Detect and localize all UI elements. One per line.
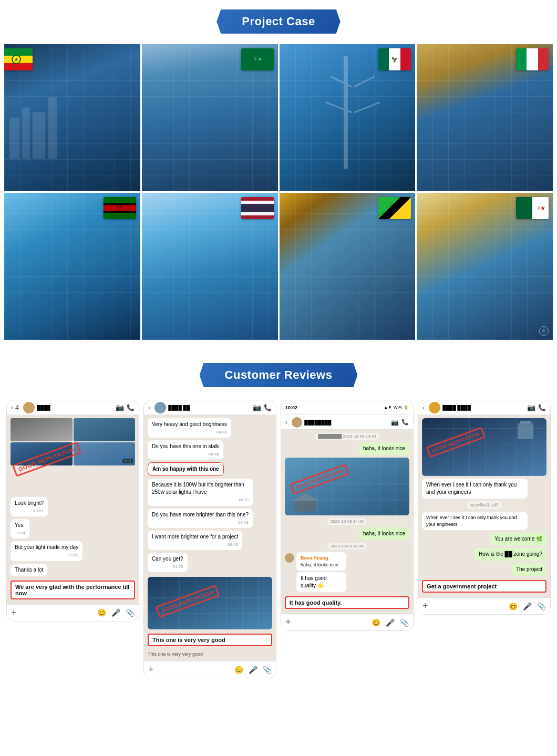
plus-icon-2[interactable]: + xyxy=(148,664,154,675)
phone-bar-icons-3: 📷 📞 xyxy=(391,419,409,426)
phone-bar-3: 10:02 ▲▼WiFi🔋 xyxy=(281,400,413,415)
attach-icon-3[interactable]: 📎 xyxy=(400,618,409,627)
back-arrow-1[interactable]: ‹ 4 xyxy=(11,403,19,411)
contact-name-2: ████ ██ xyxy=(168,405,190,410)
attach-icon-1[interactable]: 📎 xyxy=(126,608,135,617)
back-arrow-4[interactable]: ‹ xyxy=(422,403,425,411)
review-phone-2: ‹ ████ ██ 📷 📞 Very heavy and good bright… xyxy=(143,400,276,678)
video-icon-2[interactable]: 📷 xyxy=(253,403,261,411)
svg-rect-12 xyxy=(520,421,531,424)
phone-bar-icons-2: 📷 📞 xyxy=(253,403,272,411)
svg-rect-0 xyxy=(9,118,20,159)
review-phone-4: ‹ ████ ████ 📷 📞 xyxy=(418,400,551,615)
phone-content-1: 7:31 GOOD REPUTATION Look bright? 13:01 … xyxy=(7,415,139,604)
phone-bottom-icons-3: 😊 🎤 📎 xyxy=(372,618,409,627)
emoji-icon-2[interactable]: 😊 xyxy=(234,666,243,674)
phone-content-4: GOOD REPUTATION When ever I see it I can… xyxy=(418,415,550,597)
svg-line-5 xyxy=(331,77,352,87)
chat-bubble-4a: When ever I see it I can only thank you … xyxy=(422,479,528,499)
phone-bottom-1: + 😊 🎤 📎 xyxy=(7,604,139,621)
phone-bottom-2: + 😊 🎤 📎 xyxy=(144,661,276,678)
phone-bottom-icons-1: 😊 🎤 📎 xyxy=(97,608,135,617)
review-4-wrapper: ‹ ████ ████ 📷 📞 xyxy=(418,400,551,678)
chat-with-avatar-3: Boca Huang haha, it looks nice It has go… xyxy=(285,552,409,592)
mic-icon-3[interactable]: 🎤 xyxy=(386,618,395,627)
plus-icon-3[interactable]: + xyxy=(285,617,291,628)
call-icon-3[interactable]: 📞 xyxy=(401,419,409,426)
phone-bar-icons-4: 📷 📞 xyxy=(527,403,546,411)
phone-content-3: ████████ 2023-10-09 14:42 haha, it looks… xyxy=(281,430,413,614)
flag-mexico: 🦅 xyxy=(378,48,411,70)
customer-reviews-badge: Customer Reviews xyxy=(200,363,358,387)
chat-bubble-3b: haha, it looks nice xyxy=(359,527,409,540)
project-cell-mexico: 🦅 xyxy=(280,44,416,191)
phone-bar-icons-1: 📷 📞 xyxy=(116,403,135,411)
emoji-icon-1[interactable]: 😊 xyxy=(97,608,106,617)
flag-ethiopia: ★ xyxy=(4,48,33,70)
avatar-small-3 xyxy=(285,553,294,563)
chat-bubble-4d: How is the ██ zone going? xyxy=(475,548,546,561)
chat-bubble-1a: Look bright? 13:01 xyxy=(11,497,48,516)
flag-kenya: 🛡 xyxy=(104,197,136,219)
project-case-header: Project Case xyxy=(0,0,557,41)
chat-bubble-2g: Can you get?04:53 xyxy=(148,553,188,572)
video-icon-3[interactable]: 📷 xyxy=(391,419,399,426)
avatar-1 xyxy=(23,402,35,413)
video-icon-4[interactable]: 📷 xyxy=(527,403,535,411)
avatar-2 xyxy=(154,402,166,413)
svg-line-7 xyxy=(325,102,352,113)
review-phone-3: 10:02 ▲▼WiFi🔋 ‹ ████████ 📷 📞 xyxy=(281,400,414,631)
highlight-box-4: Get a government project xyxy=(422,580,546,593)
avatar-3 xyxy=(292,417,302,428)
contact-name-4: ████ ████ xyxy=(442,405,471,410)
attach-icon-2[interactable]: 📎 xyxy=(263,666,272,674)
back-arrow-2[interactable]: ‹ xyxy=(148,403,150,411)
svg-line-6 xyxy=(354,77,374,87)
attach-icon-4[interactable]: 📎 xyxy=(537,602,546,610)
mic-icon-1[interactable]: 🎤 xyxy=(111,608,120,617)
time-display-3: 10:02 xyxy=(285,405,297,410)
emoji-icon-3[interactable]: 😊 xyxy=(372,618,380,627)
phone-bar-4: ‹ ████ ████ 📷 📞 xyxy=(418,400,550,415)
review-1-wrapper: ‹ 4 ████ 📷 📞 xyxy=(6,400,139,678)
date-badge-3b: 2023-10-09 14:42 xyxy=(327,518,367,525)
project-cell-italy-1 xyxy=(417,44,553,191)
phone-content-2: Very heavy and good brightness04:48 Do y… xyxy=(144,415,276,661)
review-2-wrapper: ‹ ████ ██ 📷 📞 Very heavy and good bright… xyxy=(143,400,276,678)
chat-bubble-1d: Thanks a lot xyxy=(11,564,47,576)
chat-bubble-4b: When ever I see it I can only thank you … xyxy=(422,512,528,530)
svg-line-8 xyxy=(354,102,380,113)
chat-bubble-2d: Because it is 100W but it's brighter tha… xyxy=(148,479,253,505)
phone-bottom-3: + 😊 🎤 📎 xyxy=(281,614,413,630)
flag-italy-1 xyxy=(516,48,549,70)
svg-rect-10 xyxy=(295,501,316,512)
mic-icon-2[interactable]: 🎤 xyxy=(249,666,257,674)
plus-icon-4[interactable]: + xyxy=(422,600,428,612)
mic-icon-4[interactable]: 🎤 xyxy=(523,602,532,610)
flag-tanzania xyxy=(378,197,411,219)
project-case-badge: Project Case xyxy=(216,9,340,34)
chat-bubble-1c: But your light made my day 13:29 xyxy=(11,541,82,561)
customer-reviews-section: Customer Reviews ‹ 4 ████ 📷 📞 xyxy=(0,349,557,689)
chat-bubble-2a: Very heavy and good brightness04:48 xyxy=(148,418,231,438)
svg-rect-11 xyxy=(518,423,533,439)
status-icons-3: ▲▼WiFi🔋 xyxy=(384,405,409,410)
chat-bubble-2b: Do you have this one in stalk04:48 xyxy=(148,440,223,460)
sub-text-2: This one is very very good xyxy=(148,650,272,658)
video-icon-1[interactable]: 📷 xyxy=(116,403,124,411)
call-icon-1[interactable]: 📞 xyxy=(127,404,135,411)
svg-rect-1 xyxy=(22,107,30,159)
emoji-icon-4[interactable]: 😊 xyxy=(509,602,518,610)
project-grid: ★ ☽ ⚔ xyxy=(0,41,557,349)
call-icon-2[interactable]: 📞 xyxy=(264,404,272,411)
plus-icon-1[interactable]: + xyxy=(11,607,17,618)
date-badge-3a: ████████ 2023-10-09 14:42 xyxy=(315,433,379,440)
project-cell-kenya: 🛡 xyxy=(4,193,140,340)
svg-marker-9 xyxy=(293,493,319,501)
call-icon-4[interactable]: 📞 xyxy=(538,404,546,411)
back-arrow-3[interactable]: ‹ xyxy=(285,418,287,426)
flag-algeria: ☽★ xyxy=(516,197,549,219)
chat-bubble-4c: You are welcome 🌿 xyxy=(490,533,546,545)
project-cell-saudi: ☽ ⚔ xyxy=(142,44,278,191)
svg-rect-3 xyxy=(48,97,57,159)
